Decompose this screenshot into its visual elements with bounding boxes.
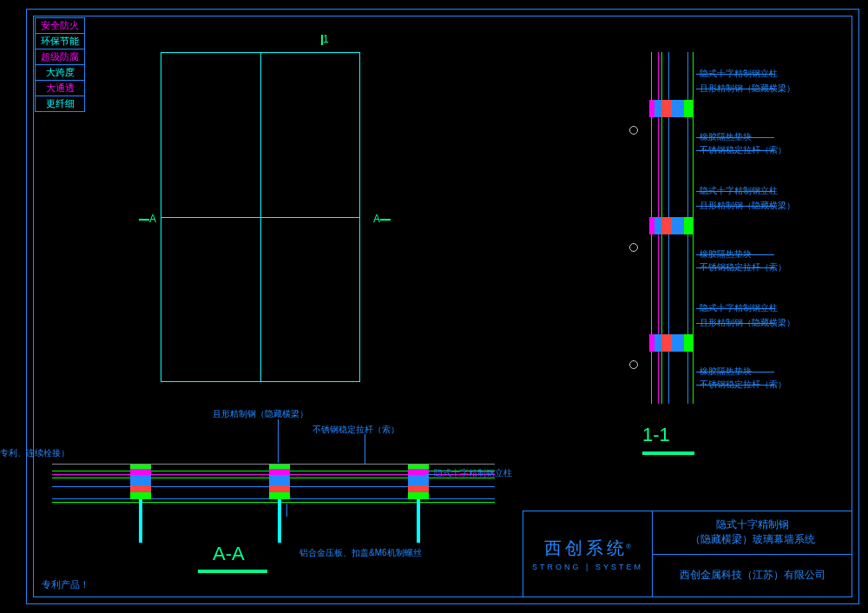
section-mark-1: 1 xyxy=(321,33,329,45)
section-mark-a-right: A xyxy=(373,213,391,225)
detail-node: 隐式十字精制钢立柱 且形精制钢（隐藏横梁） 橡胶隔热垫块 不锈钢稳定拉杆（索） xyxy=(616,287,842,404)
feature-tag-list: 安全防火 环保节能 超级防腐 大跨度 大通透 更纤细 xyxy=(35,17,85,112)
section-mark-label: A xyxy=(149,213,156,225)
aa-label-column: 隐式十字精制钢立柱 xyxy=(434,467,512,479)
feature-tag: 超级防腐 xyxy=(36,49,84,65)
label-column: 隐式十字精制钢立柱 xyxy=(700,302,778,314)
section-mark-label: A xyxy=(373,213,380,225)
patent-note: 专利产品！ xyxy=(42,578,89,591)
company-name: 西创金属科技（江苏）有限公司 xyxy=(653,555,852,597)
label-column: 隐式十字精制钢立柱 xyxy=(700,185,778,197)
feature-tag: 环保节能 xyxy=(36,34,84,49)
drawing-title-line2: （隐藏横梁）玻璃幕墙系统 xyxy=(690,533,815,545)
section-1-1-underline xyxy=(642,452,694,455)
fastener-icon xyxy=(629,360,638,369)
label-pad: 橡胶隔热垫块 xyxy=(700,366,752,378)
section-a-a-underline xyxy=(198,570,267,573)
section-1-1-details: 隐式十字精制钢立柱 且形精制钢（隐藏横梁） 橡胶隔热垫块 不锈钢稳定拉杆（索） … xyxy=(616,52,842,404)
feature-tag: 大跨度 xyxy=(36,65,84,81)
detail-node: 隐式十字精制钢立柱 且形精制钢（隐藏横梁） 橡胶隔热垫块 不锈钢稳定拉杆（索） xyxy=(616,52,842,169)
aa-stem-icon xyxy=(417,499,420,543)
fastener-icon xyxy=(629,243,638,252)
aa-stem-icon xyxy=(278,499,281,543)
drawing-title-line1: 隐式十字精制钢 xyxy=(716,518,789,531)
label-rod: 不锈钢稳定拉杆（索） xyxy=(700,144,786,156)
section-mark-a-left: A xyxy=(139,213,156,225)
label-rod: 不锈钢稳定拉杆（索） xyxy=(700,261,786,274)
brand-cn: 西创系统 xyxy=(544,538,628,557)
label-beam: 且形精制钢（隐藏横梁） xyxy=(700,82,795,95)
aa-label-rod: 不锈钢稳定拉杆（索） xyxy=(312,424,399,436)
label-pad: 橡胶隔热垫块 xyxy=(700,131,752,143)
drawing-title: 隐式十字精制钢 （隐藏横梁）玻璃幕墙系统 xyxy=(653,511,852,555)
feature-tag: 更纤细 xyxy=(36,96,84,111)
feature-tag: 安全防火 xyxy=(36,18,84,34)
title-block-brand: 西创系统® STRONG | SYSTEM xyxy=(523,511,653,597)
connection-node-icon xyxy=(649,334,693,352)
label-column: 隐式十字精制钢立柱 xyxy=(700,68,778,80)
detail-node: 隐式十字精制钢立柱 且形精制钢（隐藏横梁） 橡胶隔热垫块 不锈钢稳定拉杆（索） xyxy=(616,169,842,287)
label-pad: 橡胶隔热垫块 xyxy=(700,248,752,260)
section-mark-label: 1 xyxy=(323,33,329,45)
aa-stem-icon xyxy=(139,499,142,543)
aa-label-patent-bolt: 西创系统：公母螺栓（专利、连续栓接） xyxy=(0,447,69,459)
label-rod: 不锈钢稳定拉杆（索） xyxy=(700,379,786,391)
registered-icon: ® xyxy=(626,543,631,550)
connection-node-icon xyxy=(649,100,693,117)
aa-connection-node-icon xyxy=(130,465,151,499)
label-beam: 且形精制钢（隐藏横梁） xyxy=(700,317,795,329)
section-a-a-title: A-A xyxy=(213,543,245,565)
elevation-panel xyxy=(161,52,360,382)
section-1-1-title: 1-1 xyxy=(642,424,670,446)
aa-label-plate: 铝合金压板、扣盖&M6机制螺丝 xyxy=(299,547,422,559)
title-block: 西创系统® STRONG | SYSTEM 隐式十字精制钢 （隐藏横梁）玻璃幕墙… xyxy=(523,511,852,597)
aa-connection-node-icon xyxy=(269,465,290,499)
feature-tag: 大通透 xyxy=(36,81,84,96)
fastener-icon xyxy=(629,126,638,135)
aa-connection-node-icon xyxy=(408,465,429,499)
elevation-vertical-divider xyxy=(260,53,261,381)
connection-node-icon xyxy=(649,217,693,234)
section-a-a-details: 且形精制钢（隐藏横梁） 不锈钢稳定拉杆（索） 西创系统：公母螺栓（专利、连续栓接… xyxy=(52,434,495,547)
label-beam: 且形精制钢（隐藏横梁） xyxy=(700,200,795,212)
brand-en: STRONG | SYSTEM xyxy=(532,563,643,571)
aa-label-beam: 且形精制钢（隐藏横梁） xyxy=(213,408,308,420)
